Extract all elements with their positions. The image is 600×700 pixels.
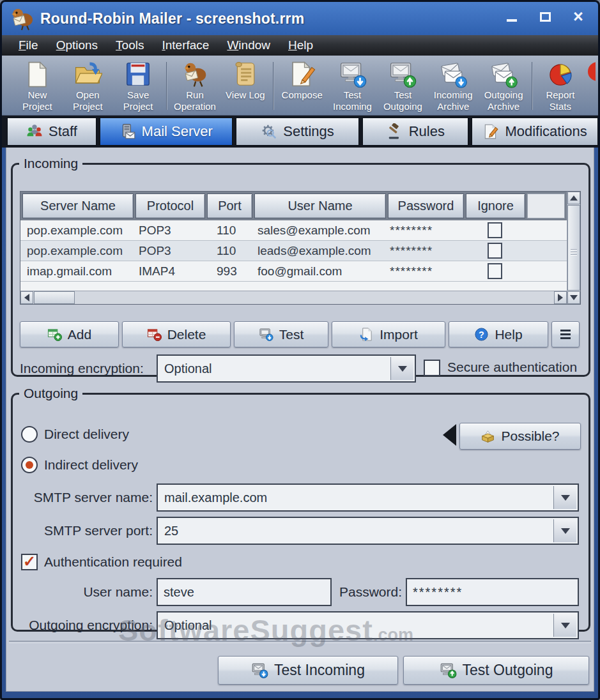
tab-settings[interactable]: Settings: [236, 118, 360, 146]
toolbar-incoming-archive[interactable]: Incoming Archive: [428, 57, 479, 115]
title-bar: Round-Robin Mailer - screenshot.rrm ×: [6, 2, 594, 35]
toolbar-separator: [273, 62, 274, 110]
smtp-server-port-value: 25: [164, 518, 552, 544]
smtp-server-port-select[interactable]: 25: [157, 517, 579, 545]
thumb-grip: [571, 248, 577, 257]
cell-server: pop.example.com: [20, 244, 134, 258]
outgoing-encryption-label: Outgoing encryption:: [13, 611, 153, 639]
outgoing-encryption-select[interactable]: Optional: [157, 611, 579, 639]
open-box-icon: [481, 429, 495, 444]
column-header-password[interactable]: Password: [388, 194, 464, 218]
incoming-legend: Incoming: [19, 156, 82, 171]
column-header-ignore[interactable]: Ignore: [466, 194, 525, 218]
chevron-down-icon: [561, 623, 570, 628]
header-filler: [527, 194, 565, 218]
scroll-right-button[interactable]: [554, 291, 567, 304]
horizontal-scroll-thumb[interactable]: [34, 291, 75, 304]
vertical-scrollbar[interactable]: [567, 192, 580, 304]
dropdown-arrow-button[interactable]: [390, 357, 413, 380]
cell-port: 110: [205, 244, 252, 258]
tab-staff[interactable]: Staff: [7, 118, 96, 146]
password-input[interactable]: [406, 578, 579, 606]
column-header-protocol[interactable]: Protocol: [135, 194, 205, 218]
toolbar-open-project[interactable]: Open Project: [63, 57, 113, 115]
vertical-scroll-thumb[interactable]: [567, 205, 580, 291]
column-header-server-name[interactable]: Server Name: [22, 194, 134, 218]
menu-options[interactable]: Options: [47, 36, 107, 54]
minimize-button[interactable]: [504, 8, 520, 25]
incoming-servers-table: Server Name Protocol Port User Name Pass…: [20, 191, 581, 305]
menu-file[interactable]: File: [10, 36, 47, 54]
possible-button[interactable]: Possible?: [459, 423, 581, 450]
tab-mail-server[interactable]: Mail Server: [100, 118, 233, 146]
toolbar-test-outgoing[interactable]: Test Outgoing: [378, 57, 428, 115]
tab-rules[interactable]: Rules: [362, 118, 468, 146]
add-button[interactable]: Add: [20, 321, 119, 347]
toolbar-test-incoming[interactable]: Test Incoming: [327, 57, 378, 115]
open-project-icon: [73, 59, 102, 89]
indirect-delivery-radio[interactable]: [21, 457, 38, 473]
table-row[interactable]: pop.example.com POP3 110 leads@example.c…: [20, 241, 567, 261]
menu-tools[interactable]: Tools: [107, 36, 153, 54]
menu-help[interactable]: Help: [279, 36, 322, 54]
toolbar-compose[interactable]: Compose: [277, 57, 327, 115]
scroll-down-button[interactable]: [567, 291, 580, 304]
close-button[interactable]: ×: [570, 8, 587, 25]
secure-authentication-checkbox[interactable]: ✓: [424, 360, 440, 376]
direct-delivery-radio[interactable]: [21, 426, 38, 443]
help-button[interactable]: ? Help: [449, 321, 548, 347]
test-outgoing-button[interactable]: Test Outgoing: [403, 656, 589, 685]
toolbar-new-project[interactable]: New Project: [12, 57, 63, 115]
column-header-port[interactable]: Port: [207, 194, 252, 218]
test-outgoing-label: Test Outgoing: [463, 662, 553, 679]
ignore-checkbox[interactable]: [488, 243, 502, 259]
table-row[interactable]: pop.example.com POP3 110 sales@example.c…: [20, 220, 567, 241]
more-menu-button[interactable]: [551, 321, 580, 347]
clipped-icon: [588, 62, 596, 81]
scroll-up-button[interactable]: [567, 192, 580, 204]
test-button[interactable]: Test: [234, 321, 328, 347]
dropdown-arrow-button[interactable]: [553, 486, 576, 509]
toolbar-save-project[interactable]: Save Project: [113, 57, 164, 115]
view-log-icon: [231, 59, 260, 89]
test-label: Test: [279, 327, 304, 342]
smtp-server-name-select[interactable]: mail.example.com: [157, 483, 579, 512]
user-name-label: User name:: [13, 578, 153, 606]
report-stats-icon: [546, 59, 575, 89]
authentication-required-checkbox[interactable]: ✓: [21, 554, 38, 570]
user-name-input[interactable]: [157, 578, 332, 606]
column-header-user-name[interactable]: User Name: [254, 194, 386, 218]
tab-modifications[interactable]: Modifications: [472, 118, 598, 146]
tab-label: Rules: [409, 123, 445, 140]
delete-label: Delete: [167, 327, 206, 342]
horizontal-scrollbar[interactable]: [20, 291, 567, 304]
incoming-encryption-row: Incoming encryption: Optional ✓ Secure a…: [13, 354, 588, 383]
toolbar-run-operation[interactable]: Run Operation: [170, 57, 220, 115]
test-incoming-button[interactable]: Test Incoming: [218, 656, 398, 685]
delete-button[interactable]: Delete: [122, 321, 231, 347]
menu-interface[interactable]: Interface: [153, 36, 218, 54]
cell-port: 110: [205, 224, 252, 238]
import-button[interactable]: Import: [332, 321, 445, 347]
incoming-encryption-select[interactable]: Optional: [157, 354, 416, 383]
pointer-left-icon: [443, 424, 456, 446]
robin-bird-icon: [10, 6, 35, 32]
compose-icon: [288, 59, 317, 89]
table-row[interactable]: imap.gmail.com IMAP4 993 foo@gmail.com *…: [20, 261, 567, 282]
maximize-button[interactable]: [537, 8, 553, 25]
add-label: Add: [68, 327, 91, 342]
ignore-checkbox[interactable]: [488, 222, 502, 238]
outgoing-archive-icon: [489, 59, 518, 89]
toolbar-outgoing-archive[interactable]: Outgoing Archive: [479, 57, 529, 115]
menu-window[interactable]: Window: [218, 36, 279, 54]
dropdown-arrow-button[interactable]: [553, 519, 576, 542]
incoming-encryption-value: Optional: [164, 356, 389, 381]
ignore-checkbox[interactable]: [488, 263, 502, 279]
dropdown-arrow-button[interactable]: [553, 614, 576, 637]
toolbar-report-stats[interactable]: Report Stats: [535, 57, 586, 115]
smtp-server-port-label: SMTP server port:: [13, 517, 153, 545]
toolbar-view-log[interactable]: View Log: [220, 57, 270, 115]
authentication-required-label: Authentication required: [44, 548, 182, 576]
import-icon: [359, 327, 374, 342]
scroll-left-button[interactable]: [20, 291, 33, 304]
